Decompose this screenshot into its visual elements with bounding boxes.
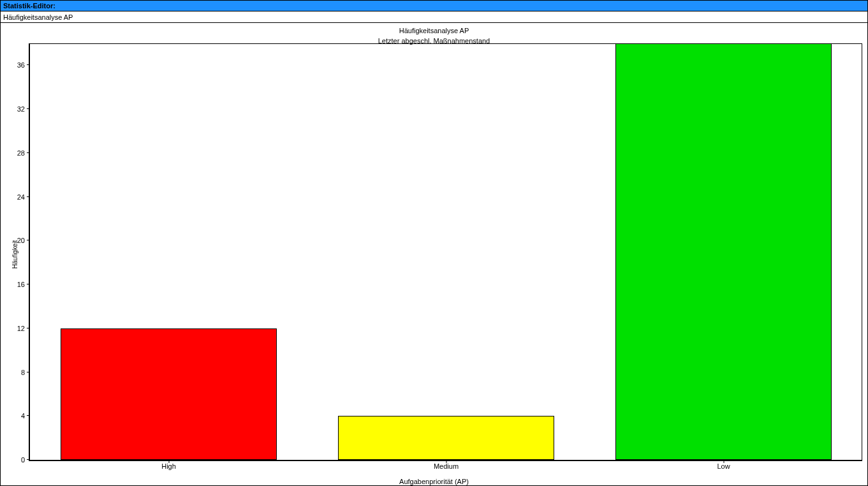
y-tick-mark [27, 284, 30, 284]
window-title-bar[interactable]: Statistik-Editor: [0, 0, 868, 11]
x-axis-label: Aufgabenpriorität (AP) [1, 478, 867, 485]
y-tick-label: 0 [0, 456, 30, 464]
bar-high [61, 328, 277, 460]
y-tick-label: 20 [0, 237, 30, 244]
breadcrumb-bar: Häufigkeitsanalyse AP [0, 11, 868, 23]
y-tick-label: 12 [0, 325, 30, 332]
bar-medium [338, 416, 554, 460]
window-title: Statistik-Editor: [3, 2, 55, 10]
y-tick-mark [27, 459, 30, 460]
plot-region: 04812162024283236HighMediumLow [29, 43, 862, 461]
y-tick-label: 36 [0, 61, 30, 69]
y-tick-label: 32 [0, 105, 30, 113]
breadcrumb-text: Häufigkeitsanalyse AP [3, 13, 73, 21]
y-tick-mark [27, 415, 30, 416]
y-tick-label: 4 [0, 412, 30, 420]
x-tick-mark [723, 460, 724, 463]
y-tick-label: 8 [0, 369, 30, 376]
chart-area: Häufigkeitsanalyse AP Letzter abgeschl. … [0, 23, 868, 486]
x-tick-mark [168, 460, 169, 463]
y-tick-label: 28 [0, 149, 30, 157]
y-tick-mark [27, 152, 30, 153]
chart-title: Häufigkeitsanalyse AP [1, 27, 867, 34]
y-tick-label: 24 [0, 193, 30, 201]
y-tick-mark [27, 108, 30, 109]
y-tick-mark [27, 64, 30, 65]
x-tick-mark [446, 460, 446, 463]
bar-low [615, 43, 832, 460]
y-tick-mark [27, 240, 30, 240]
y-tick-mark [27, 328, 30, 328]
y-tick-mark [27, 372, 30, 372]
y-tick-label: 16 [0, 281, 30, 288]
y-tick-mark [27, 196, 30, 197]
